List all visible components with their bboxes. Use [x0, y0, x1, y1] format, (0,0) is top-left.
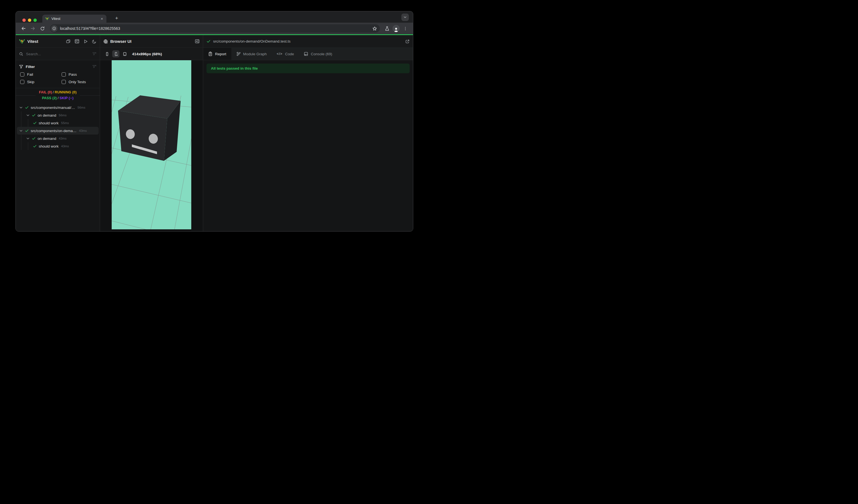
tree-item-file-selected[interactable]: src/components/on-dema… 43ms — [17, 127, 99, 134]
tree-item-suite[interactable]: on demand 56ms — [16, 111, 100, 119]
filter-checkbox-skip[interactable]: Skip — [20, 80, 62, 84]
person-icon — [393, 27, 399, 32]
chrome-menu-button[interactable] — [401, 25, 409, 32]
url-bar[interactable]: localhost:5173/#/?file=1828625563 — [50, 24, 380, 33]
close-window-button[interactable] — [22, 18, 26, 22]
chrome-tab-strip: Vitest × + — [16, 11, 413, 23]
moon-icon — [92, 39, 96, 44]
back-arrow-icon — [21, 26, 26, 31]
phone-narrow-icon — [105, 52, 109, 56]
browser-ui-panel: Browser UI — [100, 35, 203, 231]
url-text: localhost:5173/#/?file=1828625563 — [60, 26, 372, 31]
external-link-icon — [405, 39, 410, 44]
check-icon — [33, 144, 37, 148]
test-file-path: src/components/on-demand/OnDemand.test.t… — [213, 39, 290, 43]
filter-panel: Filter Fail Pass — [16, 60, 100, 88]
chevron-down-icon — [403, 15, 407, 19]
experiments-button[interactable] — [383, 25, 391, 32]
site-info-button[interactable] — [51, 25, 58, 32]
tests-passed-banner: All tests passed in this file — [206, 64, 410, 73]
tree-item-test[interactable]: should work 55ms — [16, 119, 100, 127]
filter-checkbox-fail[interactable]: Fail — [20, 72, 62, 77]
open-external-button[interactable] — [405, 39, 410, 44]
tab-code[interactable]: </> Code — [272, 48, 299, 60]
viewport-size-label: 414x896px (68%) — [132, 52, 162, 56]
vitest-ui: Vitest — [16, 35, 413, 231]
running-count: RUNNING (0) — [55, 91, 77, 94]
check-icon — [33, 121, 37, 125]
profile-avatar[interactable] — [393, 25, 400, 32]
run-all-button[interactable] — [83, 39, 88, 44]
tab-console[interactable]: Console (69) — [299, 48, 337, 60]
filter-checkbox-pass[interactable]: Pass — [62, 72, 100, 77]
tree-item-file[interactable]: src/components/manual/… 56ms — [16, 103, 100, 111]
test-scene-iframe[interactable] — [112, 60, 191, 229]
sidebar: Vitest — [16, 35, 100, 231]
viewport-tablet-button[interactable] — [121, 50, 128, 58]
back-button[interactable] — [20, 25, 27, 32]
filter-options: Fail Pass Skip Only Tests — [16, 70, 100, 84]
chevron-down-icon[interactable] — [19, 129, 23, 133]
dashboard-button[interactable] — [75, 39, 79, 44]
dock-panel-button[interactable] — [195, 39, 200, 44]
clear-filter-icon[interactable] — [92, 65, 96, 69]
checkbox[interactable] — [20, 72, 24, 77]
preview-area — [100, 60, 203, 231]
viewport-phone-button-active[interactable] — [112, 50, 120, 58]
play-icon — [83, 39, 88, 44]
chevron-down-icon[interactable] — [26, 113, 30, 117]
checkbox[interactable] — [20, 80, 24, 84]
report-panel: src/components/on-demand/OnDemand.test.t… — [203, 35, 413, 231]
search-bar[interactable]: Search... — [16, 48, 100, 60]
checkbox[interactable] — [62, 72, 66, 77]
minimize-window-button[interactable] — [28, 18, 31, 22]
test-summary: FAIL (0)/RUNNING (0) PASS (2)/SKIP (--) — [16, 88, 100, 102]
report-header: src/components/on-demand/OnDemand.test.t… — [203, 35, 413, 48]
panel-right-icon — [195, 39, 200, 44]
phone-plus-icon — [114, 52, 118, 56]
tab-close-icon[interactable]: × — [100, 17, 104, 21]
tree-item-test[interactable]: should work 43ms — [16, 142, 100, 150]
console-icon — [304, 52, 308, 56]
search-input[interactable]: Search... — [26, 52, 92, 56]
clear-filter-icon[interactable] — [92, 52, 96, 56]
filter-title-row: Filter — [16, 63, 100, 70]
filter-checkbox-only-tests[interactable]: Only Tests — [62, 80, 100, 84]
bookmark-star-icon[interactable] — [372, 26, 377, 31]
checkbox[interactable] — [62, 80, 66, 84]
theme-toggle-button[interactable] — [92, 39, 96, 44]
tab-title: Vitest — [51, 17, 100, 21]
zoom-window-button[interactable] — [33, 18, 37, 22]
tab-search-button[interactable] — [401, 14, 409, 21]
sidebar-header: Vitest — [16, 35, 100, 48]
vitest-favicon — [45, 17, 49, 21]
globe-icon — [104, 39, 108, 44]
robot-cube — [118, 95, 181, 161]
browser-ui-title: Browser UI — [110, 39, 131, 44]
viewport-small-button[interactable] — [104, 50, 111, 58]
reload-button[interactable] — [38, 25, 46, 32]
chrome-toolbar: localhost:5173/#/?file=1828625563 — [16, 23, 413, 34]
forward-button[interactable] — [29, 25, 37, 32]
reload-icon — [40, 26, 45, 31]
check-icon — [32, 136, 36, 140]
info-icon — [52, 27, 56, 30]
fail-count: FAIL (0) — [39, 91, 52, 94]
check-icon — [206, 39, 211, 43]
tree-item-suite[interactable]: on demand 43ms — [16, 134, 100, 142]
collapse-panels-button[interactable] — [66, 39, 70, 44]
kebab-menu-icon — [403, 27, 408, 31]
check-icon — [32, 113, 36, 117]
report-tab-bar: Report Module Graph </> Code — [203, 48, 413, 60]
browser-tab-vitest[interactable]: Vitest × — [42, 15, 107, 23]
chevron-down-icon[interactable] — [19, 105, 23, 110]
module-graph-icon — [236, 52, 241, 56]
tab-module-graph[interactable]: Module Graph — [232, 48, 272, 60]
tablet-icon — [123, 52, 127, 56]
chevron-down-icon[interactable] — [26, 136, 30, 140]
tab-report[interactable]: Report — [203, 48, 232, 60]
search-icon — [19, 52, 23, 56]
new-tab-button[interactable]: + — [113, 15, 120, 22]
skip-count: SKIP (--) — [60, 96, 74, 100]
check-icon — [25, 129, 29, 133]
